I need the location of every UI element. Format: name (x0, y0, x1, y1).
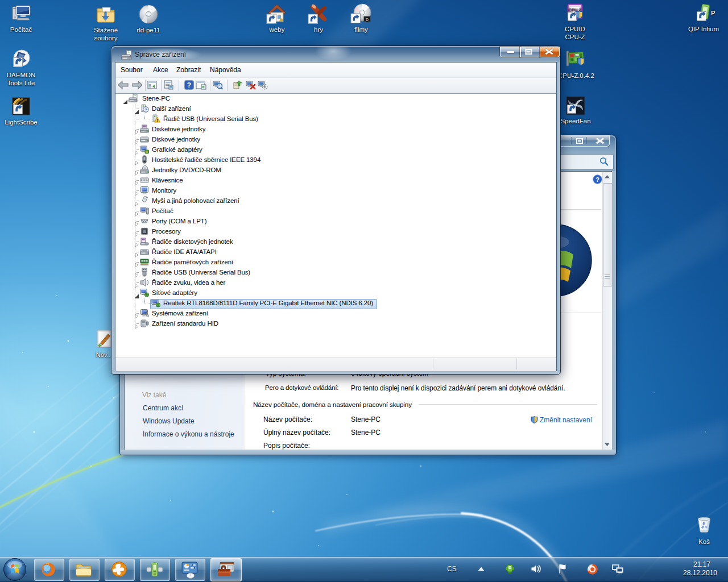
svg-text:?: ? (595, 176, 599, 183)
svg-text:P: P (711, 10, 715, 16)
svg-text:?: ? (144, 107, 147, 113)
svg-text:D: D (366, 18, 369, 22)
svg-text:?: ? (187, 81, 191, 89)
